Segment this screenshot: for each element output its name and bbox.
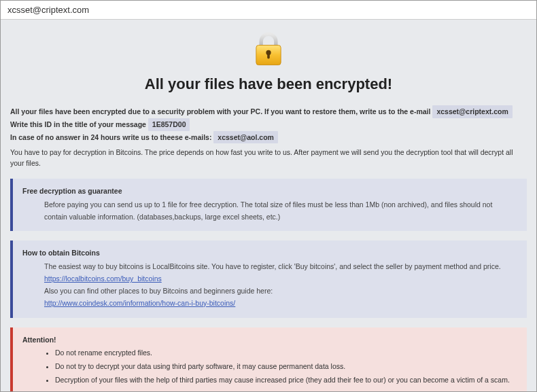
bitcoins-line1: The easiest way to buy bitcoins is Local… [44,261,517,273]
email-badge-1: xcsset@criptext.com [432,105,512,118]
lock-icon [249,29,288,69]
lock-icon-wrap [10,25,527,73]
bitcoins-link2[interactable]: http://www.coindesk.com/information/how-… [44,299,235,307]
list-item: Do not rename encrypted files. [55,347,517,359]
guarantee-title: Free decryption as guarantee [22,185,517,198]
id-badge: 1E857D00 [148,118,190,131]
main-heading: All your files have been encrypted! [10,75,527,93]
pay-line: You have to pay for decryption in Bitcoi… [10,147,527,169]
attention-title: Attention! [22,334,517,346]
bitcoins-section: How to obtain Bitcoins The easiest way t… [10,240,527,317]
email-badge-2: xcsset@aol.com [213,131,278,144]
intro-line1: All your files have been encrypted due t… [10,107,432,115]
bitcoins-body: The easiest way to buy bitcoins is Local… [22,261,517,309]
list-item: Decryption of your files with the help o… [55,374,517,387]
content-area: All your files have been encrypted! All … [1,20,536,391]
intro-block: All your files have been encrypted due t… [10,105,527,169]
bitcoins-line2: Also you can find other places to buy Bi… [44,285,517,298]
intro-line3: In case of no answer in 24 hours write u… [10,133,213,141]
bitcoins-link1[interactable]: https://localbitcoins.com/buy_bitcoins [44,274,162,283]
guarantee-section: Free decryption as guarantee Before payi… [10,179,527,232]
bitcoins-title: How to obtain Bitcoins [22,247,517,260]
attention-list: Do not rename encrypted files. Do not tr… [22,347,517,387]
guarantee-body: Before paying you can send us up to 1 fi… [22,199,517,224]
attention-section: Attention! Do not rename encrypted files… [10,327,527,391]
list-item: Do not try to decrypt your data using th… [55,361,517,373]
window-titlebar: xcsset@criptext.com [1,1,536,20]
intro-line2: Write this ID in the title of your messa… [10,120,148,128]
svg-rect-2 [267,52,270,58]
window-title: xcsset@criptext.com [7,5,89,15]
